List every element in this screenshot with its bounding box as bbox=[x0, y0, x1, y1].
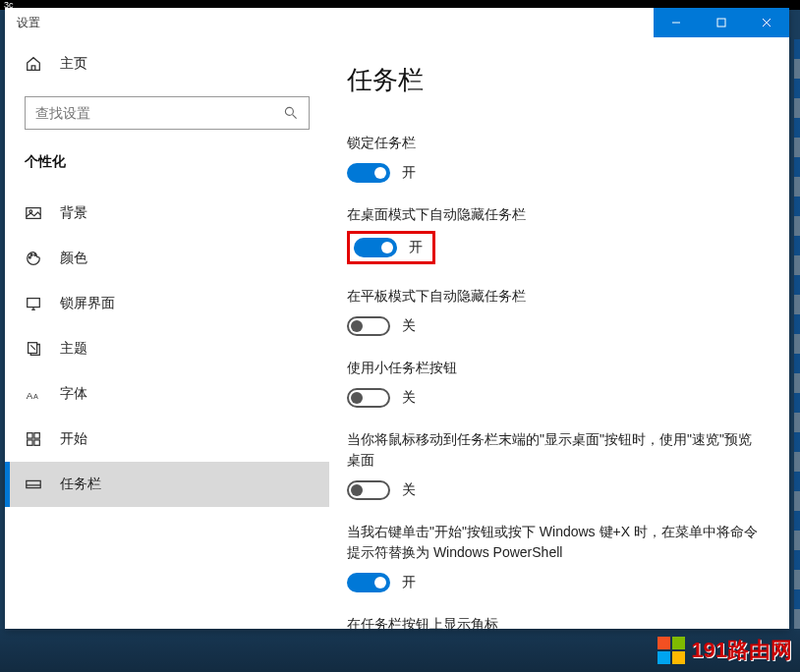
sidebar-item-label: 锁屏界面 bbox=[60, 295, 115, 312]
toggle-row: 关 bbox=[347, 316, 758, 336]
setting-block: 使用小任务栏按钮关 bbox=[347, 358, 758, 408]
setting-label: 在任务栏按钮上显示角标 bbox=[347, 614, 758, 629]
titlebar: 设置 bbox=[5, 8, 789, 37]
minimize-button[interactable] bbox=[654, 8, 699, 37]
setting-block: 在平板模式下自动隐藏任务栏关 bbox=[347, 286, 758, 336]
setting-label: 锁定任务栏 bbox=[347, 133, 758, 153]
image-icon bbox=[25, 204, 42, 222]
taskbar-icon bbox=[25, 476, 42, 493]
setting-label: 当我右键单击"开始"按钮或按下 Windows 键+X 时，在菜单中将命令提示符… bbox=[347, 522, 758, 563]
window-title: 设置 bbox=[5, 15, 40, 31]
windows-logo-icon bbox=[657, 637, 685, 664]
sidebar-item-label: 字体 bbox=[60, 385, 87, 403]
svg-point-9 bbox=[30, 254, 32, 256]
svg-rect-20 bbox=[34, 440, 39, 445]
desktop-taskbar-overlay: 191路由网 bbox=[0, 629, 800, 672]
home-label: 主页 bbox=[60, 55, 87, 73]
svg-rect-17 bbox=[28, 433, 32, 438]
fonts-icon: AA bbox=[25, 385, 42, 403]
search-box[interactable] bbox=[25, 96, 310, 130]
content-pane: 任务栏 锁定任务栏开在桌面模式下自动隐藏任务栏开在平板模式下自动隐藏任务栏关使用… bbox=[329, 37, 789, 629]
page-title: 任务栏 bbox=[347, 63, 758, 97]
maximize-button[interactable] bbox=[699, 8, 744, 37]
toggle-switch[interactable] bbox=[354, 238, 397, 257]
toggle-row: 关 bbox=[347, 480, 758, 500]
svg-point-4 bbox=[285, 107, 293, 115]
titlebar-controls bbox=[654, 8, 789, 37]
svg-point-7 bbox=[29, 210, 32, 213]
toggle-switch[interactable] bbox=[347, 480, 390, 500]
sidebar-item-label: 颜色 bbox=[60, 250, 87, 267]
svg-rect-19 bbox=[28, 440, 32, 445]
sidebar-item-themes[interactable]: 主题 bbox=[5, 326, 329, 371]
svg-rect-11 bbox=[28, 299, 40, 308]
sidebar-item-taskbar[interactable]: 任务栏 bbox=[5, 462, 329, 507]
sidebar-item-colors[interactable]: 颜色 bbox=[5, 236, 329, 281]
watermark-text: 191路由网 bbox=[691, 636, 792, 665]
setting-label: 在平板模式下自动隐藏任务栏 bbox=[347, 286, 758, 307]
toggle-switch[interactable] bbox=[347, 573, 390, 592]
svg-line-5 bbox=[293, 115, 297, 119]
desktop-edge bbox=[794, 39, 800, 629]
home-icon bbox=[25, 55, 42, 73]
svg-point-8 bbox=[29, 256, 31, 258]
close-button[interactable] bbox=[744, 8, 789, 37]
sidebar-item-label: 主题 bbox=[60, 340, 87, 358]
setting-label: 在桌面模式下自动隐藏任务栏 bbox=[347, 204, 758, 225]
search-wrap bbox=[25, 96, 310, 130]
svg-rect-18 bbox=[34, 433, 39, 438]
svg-rect-1 bbox=[717, 19, 725, 27]
toggle-state-text: 关 bbox=[402, 317, 416, 335]
setting-block: 在任务栏按钮上显示角标 bbox=[347, 614, 758, 629]
sidebar-item-label: 开始 bbox=[60, 430, 87, 448]
sidebar-item-background[interactable]: 背景 bbox=[5, 191, 329, 236]
sidebar-item-label: 任务栏 bbox=[60, 476, 101, 493]
toggle-switch[interactable] bbox=[347, 316, 390, 336]
toggle-state-text: 开 bbox=[402, 164, 416, 182]
setting-block: 当我右键单击"开始"按钮或按下 Windows 键+X 时，在菜单中将命令提示符… bbox=[347, 522, 758, 592]
svg-text:A: A bbox=[27, 390, 33, 401]
sidebar-item-label: 背景 bbox=[60, 204, 87, 222]
sidebar-item-fonts[interactable]: AA 字体 bbox=[5, 371, 329, 417]
home-nav[interactable]: 主页 bbox=[5, 45, 329, 83]
setting-block: 当你将鼠标移动到任务栏末端的"显示桌面"按钮时，使用"速览"预览桌面关 bbox=[347, 429, 758, 500]
setting-label: 当你将鼠标移动到任务栏末端的"显示桌面"按钮时，使用"速览"预览桌面 bbox=[347, 429, 758, 471]
toggle-switch[interactable] bbox=[347, 388, 390, 408]
toggle-state-text: 关 bbox=[402, 389, 416, 407]
toggle-switch[interactable] bbox=[347, 163, 390, 183]
sidebar: 主页 个性化 背景 颜色 锁屏界面 bbox=[5, 37, 329, 629]
themes-icon bbox=[25, 340, 42, 358]
search-icon bbox=[283, 105, 299, 121]
toggle-state-text: 关 bbox=[402, 481, 416, 499]
search-input[interactable] bbox=[35, 105, 283, 121]
highlight-annotation: 开 bbox=[347, 231, 435, 264]
sidebar-item-lockscreen[interactable]: 锁屏界面 bbox=[5, 281, 329, 326]
sidebar-item-start[interactable]: 开始 bbox=[5, 417, 329, 462]
lockscreen-icon bbox=[25, 295, 42, 312]
start-icon bbox=[25, 430, 42, 448]
svg-point-10 bbox=[34, 254, 36, 256]
setting-label: 使用小任务栏按钮 bbox=[347, 358, 758, 378]
setting-block: 在桌面模式下自动隐藏任务栏开 bbox=[347, 204, 758, 264]
palette-icon bbox=[25, 250, 42, 267]
settings-window: 设置 主页 个性化 背景 bbox=[5, 8, 789, 629]
svg-rect-14 bbox=[29, 343, 37, 354]
toggle-state-text: 开 bbox=[409, 239, 423, 256]
setting-block: 锁定任务栏开 bbox=[347, 133, 758, 183]
svg-rect-21 bbox=[27, 480, 40, 487]
svg-text:A: A bbox=[33, 392, 38, 401]
category-header: 个性化 bbox=[5, 149, 329, 191]
toggle-row: 开 bbox=[347, 163, 758, 183]
toggle-state-text: 开 bbox=[402, 574, 416, 591]
toggle-row: 开 bbox=[347, 573, 758, 592]
toggle-row: 关 bbox=[347, 388, 758, 408]
